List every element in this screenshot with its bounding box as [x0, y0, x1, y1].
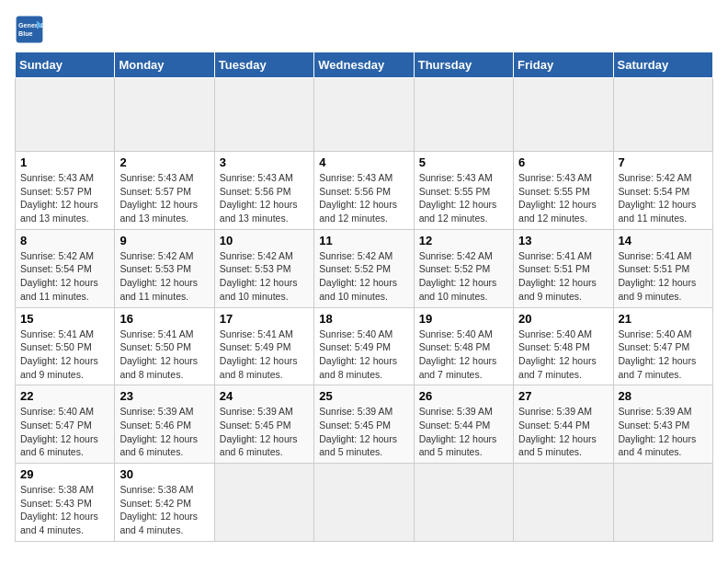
- calendar-cell: 6Sunrise: 5:43 AM Sunset: 5:55 PM Daylig…: [514, 152, 613, 230]
- calendar-cell: 10Sunrise: 5:42 AM Sunset: 5:53 PM Dayli…: [214, 229, 313, 307]
- day-info: Sunrise: 5:39 AM Sunset: 5:44 PM Dayligh…: [419, 405, 508, 459]
- day-info: Sunrise: 5:39 AM Sunset: 5:45 PM Dayligh…: [319, 405, 408, 459]
- calendar-cell: 12Sunrise: 5:42 AM Sunset: 5:52 PM Dayli…: [414, 229, 513, 307]
- day-info: Sunrise: 5:40 AM Sunset: 5:48 PM Dayligh…: [419, 327, 508, 382]
- day-info: Sunrise: 5:43 AM Sunset: 5:56 PM Dayligh…: [220, 171, 309, 225]
- day-number: 15: [20, 312, 109, 326]
- day-number: 24: [220, 389, 309, 403]
- calendar-cell: 14Sunrise: 5:41 AM Sunset: 5:51 PM Dayli…: [613, 229, 712, 307]
- day-info: Sunrise: 5:41 AM Sunset: 5:51 PM Dayligh…: [619, 249, 708, 304]
- day-number: 18: [319, 312, 408, 326]
- col-header-monday: Monday: [115, 52, 214, 78]
- col-header-tuesday: Tuesday: [214, 52, 313, 78]
- day-number: 27: [518, 389, 608, 403]
- calendar-cell: [214, 464, 313, 542]
- day-info: Sunrise: 5:41 AM Sunset: 5:49 PM Dayligh…: [220, 327, 309, 382]
- calendar-week-row: 29Sunrise: 5:38 AM Sunset: 5:43 PM Dayli…: [16, 464, 713, 542]
- day-number: 7: [619, 155, 708, 169]
- day-number: 20: [518, 312, 608, 326]
- day-info: Sunrise: 5:39 AM Sunset: 5:46 PM Dayligh…: [119, 405, 209, 459]
- day-info: Sunrise: 5:42 AM Sunset: 5:53 PM Dayligh…: [119, 249, 209, 304]
- calendar-cell: 13Sunrise: 5:41 AM Sunset: 5:51 PM Dayli…: [514, 229, 613, 307]
- day-info: Sunrise: 5:42 AM Sunset: 5:52 PM Dayligh…: [319, 249, 408, 304]
- calendar-week-row: 22Sunrise: 5:40 AM Sunset: 5:47 PM Dayli…: [16, 385, 713, 464]
- calendar-cell: 4Sunrise: 5:43 AM Sunset: 5:56 PM Daylig…: [314, 152, 414, 230]
- day-info: Sunrise: 5:38 AM Sunset: 5:42 PM Dayligh…: [119, 483, 209, 537]
- calendar-cell: 11Sunrise: 5:42 AM Sunset: 5:52 PM Dayli…: [314, 229, 414, 307]
- calendar-cell: 27Sunrise: 5:39 AM Sunset: 5:44 PM Dayli…: [514, 385, 613, 464]
- day-info: Sunrise: 5:40 AM Sunset: 5:47 PM Dayligh…: [20, 405, 109, 459]
- calendar-cell: 28Sunrise: 5:39 AM Sunset: 5:43 PM Dayli…: [613, 385, 712, 464]
- day-number: 5: [419, 155, 508, 169]
- calendar-cell: 20Sunrise: 5:40 AM Sunset: 5:48 PM Dayli…: [514, 307, 613, 385]
- calendar-cell: 7Sunrise: 5:42 AM Sunset: 5:54 PM Daylig…: [613, 152, 712, 230]
- day-number: 14: [619, 234, 708, 247]
- day-info: Sunrise: 5:42 AM Sunset: 5:53 PM Dayligh…: [220, 249, 309, 304]
- calendar-week-row: 8Sunrise: 5:42 AM Sunset: 5:54 PM Daylig…: [16, 229, 713, 307]
- calendar-cell: [613, 464, 712, 542]
- logo: General Blue: [15, 15, 44, 44]
- calendar-cell: [514, 78, 613, 152]
- header: General Blue: [15, 15, 713, 44]
- calendar-cell: [613, 78, 712, 152]
- calendar-cell: 2Sunrise: 5:43 AM Sunset: 5:57 PM Daylig…: [115, 152, 214, 230]
- day-number: 4: [319, 155, 408, 169]
- calendar-cell: 24Sunrise: 5:39 AM Sunset: 5:45 PM Dayli…: [214, 385, 313, 464]
- day-info: Sunrise: 5:39 AM Sunset: 5:45 PM Dayligh…: [220, 405, 309, 459]
- day-number: 28: [619, 389, 708, 403]
- day-info: Sunrise: 5:41 AM Sunset: 5:50 PM Dayligh…: [119, 327, 209, 382]
- day-number: 17: [220, 312, 309, 326]
- calendar-cell: [214, 78, 313, 152]
- day-info: Sunrise: 5:42 AM Sunset: 5:52 PM Dayligh…: [419, 249, 508, 304]
- day-number: 29: [20, 467, 109, 481]
- calendar-cell: 22Sunrise: 5:40 AM Sunset: 5:47 PM Dayli…: [16, 385, 115, 464]
- calendar-cell: 19Sunrise: 5:40 AM Sunset: 5:48 PM Dayli…: [414, 307, 513, 385]
- day-number: 1: [20, 155, 109, 169]
- calendar-cell: [314, 464, 414, 542]
- calendar-cell: 23Sunrise: 5:39 AM Sunset: 5:46 PM Dayli…: [115, 385, 214, 464]
- day-info: Sunrise: 5:43 AM Sunset: 5:57 PM Dayligh…: [119, 171, 209, 225]
- day-info: Sunrise: 5:42 AM Sunset: 5:54 PM Dayligh…: [619, 171, 708, 225]
- calendar-cell: 29Sunrise: 5:38 AM Sunset: 5:43 PM Dayli…: [16, 464, 115, 542]
- calendar-cell: 8Sunrise: 5:42 AM Sunset: 5:54 PM Daylig…: [16, 229, 115, 307]
- calendar-cell: 21Sunrise: 5:40 AM Sunset: 5:47 PM Dayli…: [613, 307, 712, 385]
- day-number: 6: [518, 155, 608, 169]
- day-number: 10: [220, 234, 309, 247]
- day-number: 19: [419, 312, 508, 326]
- calendar-cell: 17Sunrise: 5:41 AM Sunset: 5:49 PM Dayli…: [214, 307, 313, 385]
- logo-icon: General Blue: [15, 15, 44, 44]
- day-number: 30: [119, 467, 209, 481]
- calendar-cell: [414, 78, 513, 152]
- col-header-sunday: Sunday: [16, 52, 115, 78]
- calendar-cell: 9Sunrise: 5:42 AM Sunset: 5:53 PM Daylig…: [115, 229, 214, 307]
- day-number: 22: [20, 389, 109, 403]
- day-number: 25: [319, 389, 408, 403]
- calendar-week-row: 1Sunrise: 5:43 AM Sunset: 5:57 PM Daylig…: [16, 152, 713, 230]
- day-number: 11: [319, 234, 408, 247]
- day-info: Sunrise: 5:43 AM Sunset: 5:57 PM Dayligh…: [20, 171, 109, 225]
- calendar-cell: [414, 464, 513, 542]
- calendar-cell: 16Sunrise: 5:41 AM Sunset: 5:50 PM Dayli…: [115, 307, 214, 385]
- calendar-body: 1Sunrise: 5:43 AM Sunset: 5:57 PM Daylig…: [16, 78, 713, 542]
- calendar-cell: [16, 78, 115, 152]
- day-number: 23: [119, 389, 209, 403]
- calendar-cell: 1Sunrise: 5:43 AM Sunset: 5:57 PM Daylig…: [16, 152, 115, 230]
- day-info: Sunrise: 5:38 AM Sunset: 5:43 PM Dayligh…: [20, 483, 109, 537]
- day-number: 16: [119, 312, 209, 326]
- day-number: 13: [518, 234, 608, 247]
- day-info: Sunrise: 5:43 AM Sunset: 5:56 PM Dayligh…: [319, 171, 408, 225]
- svg-text:Blue: Blue: [18, 29, 33, 38]
- day-info: Sunrise: 5:40 AM Sunset: 5:47 PM Dayligh…: [619, 327, 708, 382]
- calendar-cell: [115, 78, 214, 152]
- calendar-cell: 15Sunrise: 5:41 AM Sunset: 5:50 PM Dayli…: [16, 307, 115, 385]
- col-header-friday: Friday: [514, 52, 613, 78]
- col-header-saturday: Saturday: [613, 52, 712, 78]
- calendar-cell: 30Sunrise: 5:38 AM Sunset: 5:42 PM Dayli…: [115, 464, 214, 542]
- day-number: 8: [20, 234, 109, 247]
- calendar-cell: 25Sunrise: 5:39 AM Sunset: 5:45 PM Dayli…: [314, 385, 414, 464]
- day-number: 12: [419, 234, 508, 247]
- day-number: 26: [419, 389, 508, 403]
- day-info: Sunrise: 5:39 AM Sunset: 5:43 PM Dayligh…: [619, 405, 708, 459]
- calendar-cell: [514, 464, 613, 542]
- calendar-cell: 18Sunrise: 5:40 AM Sunset: 5:49 PM Dayli…: [314, 307, 414, 385]
